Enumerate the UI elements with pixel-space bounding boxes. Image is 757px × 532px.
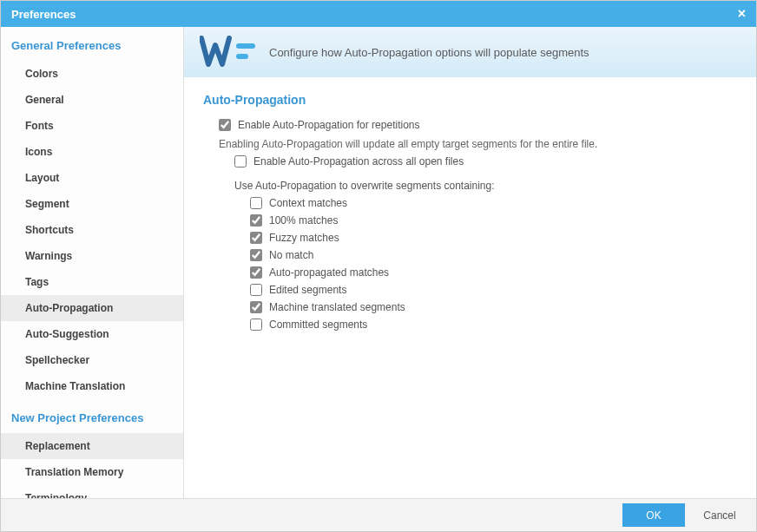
banner: Configure how Auto-Propagation options w… [184, 27, 756, 77]
overwrite-option-label: 100% matches [269, 214, 338, 227]
overwrite-option-checkbox[interactable] [250, 301, 262, 313]
window-body: General PreferencesColorsGeneralFontsIco… [1, 27, 756, 498]
sidebar-item-shortcuts[interactable]: Shortcuts [1, 217, 183, 243]
overwrite-option-checkbox[interactable] [250, 214, 262, 227]
across-files-label: Enable Auto-Propagation across all open … [253, 155, 464, 167]
overwrite-option-row[interactable]: Context matches [250, 197, 737, 209]
sidebar-item-general[interactable]: General [1, 87, 183, 113]
enable-autoprop-row[interactable]: Enable Auto-Propagation for repetitions [219, 119, 737, 131]
sidebar-item-tags[interactable]: Tags [1, 269, 183, 295]
preferences-window: Preferences × General PreferencesColorsG… [0, 0, 757, 532]
sidebar-item-icons[interactable]: Icons [1, 139, 183, 165]
overwrite-option-row[interactable]: Edited segments [250, 284, 737, 296]
section-title: Auto-Propagation [203, 93, 737, 107]
overwrite-heading: Use Auto-Propagation to overwrite segmen… [234, 180, 737, 192]
overwrite-option-checkbox[interactable] [250, 284, 262, 296]
overwrite-option-row[interactable]: Fuzzy matches [250, 232, 737, 244]
sidebar-item-fonts[interactable]: Fonts [1, 113, 183, 139]
close-icon[interactable]: × [738, 6, 746, 22]
sidebar-group-header: New Project Preferences [1, 399, 183, 433]
svg-rect-1 [236, 54, 248, 59]
overwrite-option-label: Fuzzy matches [269, 232, 339, 244]
overwrite-options: Context matches100% matchesFuzzy matches… [203, 197, 737, 331]
overwrite-option-label: Edited segments [269, 284, 346, 296]
banner-description: Configure how Auto-Propagation options w… [269, 46, 589, 59]
sidebar-item-auto-suggestion[interactable]: Auto-Suggestion [1, 321, 183, 347]
sidebar-item-machine-translation[interactable]: Machine Translation [1, 373, 183, 399]
sidebar-item-spellchecker[interactable]: Spellchecker [1, 347, 183, 373]
overwrite-option-row[interactable]: Auto-propagated matches [250, 266, 737, 279]
overwrite-option-row[interactable]: Machine translated segments [250, 301, 737, 313]
sidebar-item-translation-memory[interactable]: Translation Memory [1, 459, 183, 485]
overwrite-option-label: Machine translated segments [269, 301, 405, 313]
overwrite-option-label: Context matches [269, 197, 347, 209]
overwrite-option-checkbox[interactable] [250, 197, 262, 209]
overwrite-option-checkbox[interactable] [250, 249, 262, 261]
helper-text: Enabling Auto-Propagation will update al… [219, 138, 737, 150]
across-files-row[interactable]: Enable Auto-Propagation across all open … [234, 155, 737, 167]
svg-rect-0 [236, 43, 255, 49]
overwrite-option-label: Auto-propagated matches [269, 266, 389, 279]
content-area: Auto-Propagation Enable Auto-Propagation… [184, 77, 756, 351]
overwrite-option-checkbox[interactable] [250, 266, 262, 279]
across-files-checkbox[interactable] [234, 155, 247, 167]
sidebar[interactable]: General PreferencesColorsGeneralFontsIco… [1, 27, 184, 498]
sidebar-item-warnings[interactable]: Warnings [1, 243, 183, 269]
overwrite-option-row[interactable]: Committed segments [250, 319, 737, 331]
ok-button[interactable]: OK [622, 503, 685, 527]
titlebar: Preferences × [1, 1, 756, 27]
overwrite-option-row[interactable]: No match [250, 249, 737, 261]
sidebar-item-segment[interactable]: Segment [1, 191, 183, 217]
overwrite-option-checkbox[interactable] [250, 319, 262, 331]
window-title: Preferences [11, 8, 76, 21]
overwrite-option-label: No match [269, 249, 313, 261]
sidebar-item-colors[interactable]: Colors [1, 61, 183, 87]
enable-autoprop-checkbox[interactable] [219, 119, 231, 131]
overwrite-option-label: Committed segments [269, 319, 367, 331]
enable-autoprop-label: Enable Auto-Propagation for repetitions [238, 119, 419, 131]
sidebar-group-header: General Preferences [1, 27, 183, 61]
sidebar-item-terminology[interactable]: Terminology [1, 485, 183, 498]
main-panel: Configure how Auto-Propagation options w… [184, 27, 756, 498]
sidebar-item-auto-propagation[interactable]: Auto-Propagation [1, 295, 183, 321]
app-logo-icon [200, 35, 259, 69]
sidebar-item-replacement[interactable]: Replacement [1, 433, 183, 459]
footer: OK Cancel [1, 498, 756, 531]
sidebar-item-layout[interactable]: Layout [1, 165, 183, 191]
overwrite-option-row[interactable]: 100% matches [250, 214, 737, 227]
cancel-button[interactable]: Cancel [688, 503, 751, 527]
overwrite-option-checkbox[interactable] [250, 232, 262, 244]
